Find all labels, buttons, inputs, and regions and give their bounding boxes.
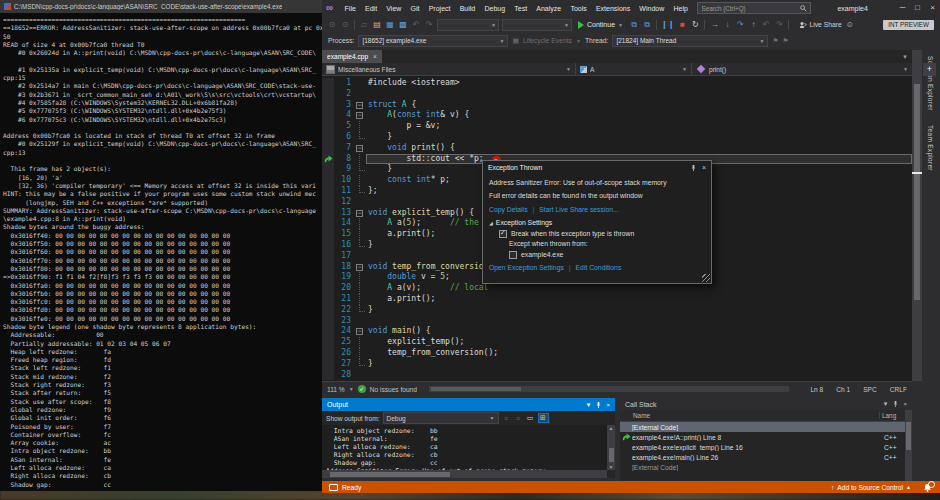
line-ending-indicator[interactable]: CRLF	[890, 386, 907, 393]
search-input[interactable]: Search (Ctrl+Q)	[697, 2, 811, 14]
scroll-down-icon[interactable]: ▼	[607, 464, 615, 470]
editor-horizontal-scrollbar[interactable]	[429, 386, 789, 392]
int-preview-badge[interactable]: INT PREVIEW	[883, 20, 934, 30]
go-to-message-icon[interactable]: ≡	[514, 415, 523, 422]
breakpoint-margin[interactable]	[322, 110, 334, 121]
breakpoint-margin[interactable]	[322, 305, 334, 316]
breakpoint-margin[interactable]	[322, 78, 334, 89]
call-stack-frame[interactable]: example4.exe!explicit_temp() Line 16C++	[620, 442, 912, 452]
exception-settings-expander[interactable]: ◢ Exception Settings	[489, 219, 705, 226]
fold-collapse-icon[interactable]: –	[355, 326, 366, 337]
configuration-dropdown[interactable]: ▼	[437, 19, 499, 31]
resize-grip[interactable]	[702, 274, 710, 282]
process-dropdown[interactable]: [18652] example4.exe▼	[358, 35, 508, 47]
output-text[interactable]: Intra object redzone: bb ASan internal: …	[322, 425, 607, 470]
zoom-plus-button[interactable]: +	[923, 63, 936, 76]
continue-button[interactable]: Continue ▼	[575, 21, 626, 29]
flag-threads-icon[interactable]: ⚑	[772, 37, 778, 45]
live-share-button[interactable]: Live Share	[799, 21, 842, 29]
undo-icon-2[interactable]: ↶	[761, 16, 771, 33]
redo-icon[interactable]: ↷	[424, 16, 434, 33]
window-position-dropdown-icon[interactable]: ▼	[883, 401, 889, 407]
breakpoint-margin[interactable]	[322, 132, 334, 143]
type-dropdown[interactable]: A ▼	[576, 63, 692, 75]
scrollbar-thumb[interactable]	[906, 422, 911, 450]
output-panel-header[interactable]: Output ▼ ×	[322, 398, 615, 411]
breakpoint-margin[interactable]	[322, 326, 334, 337]
scrollbar-thumb[interactable]	[914, 84, 920, 300]
pin-icon[interactable]	[595, 401, 602, 409]
toggle-word-wrap-icon[interactable]: ⊞	[538, 413, 549, 423]
scrollbar-thumb[interactable]	[609, 448, 614, 462]
breakpoint-margin[interactable]	[322, 208, 334, 219]
clear-all-icon[interactable]: ▭	[526, 414, 535, 422]
breakpoint-margin[interactable]	[322, 218, 334, 229]
module-exclude-checkbox[interactable]	[509, 251, 517, 259]
menu-tools[interactable]: Tools	[566, 5, 592, 12]
step-into-icon[interactable]: ↓	[722, 16, 732, 33]
vs-titlebar[interactable]: ∞ FileEditViewGitProjectBuildDebugTestAn…	[322, 0, 940, 16]
scrollbar-thumb[interactable]	[330, 472, 450, 477]
fold-collapse-icon[interactable]: –	[355, 100, 366, 111]
breakpoint-margin[interactable]	[322, 121, 334, 132]
open-exception-settings-link[interactable]: Open Exception Settings	[489, 264, 564, 271]
side-tab-team-explorer[interactable]: Team Explorer	[927, 119, 934, 177]
zoom-level-dropdown[interactable]: 111 %	[327, 386, 345, 393]
breakpoint-margin[interactable]	[322, 359, 334, 370]
minimize-button[interactable]: ─	[895, 0, 910, 16]
call-stack-scrollbar[interactable]	[905, 410, 912, 481]
current-statement-arrow-icon[interactable]	[322, 154, 334, 165]
navigate-back-icon[interactable]: ⊙	[327, 16, 337, 33]
navigate-forward-icon[interactable]: ⊙	[340, 16, 350, 33]
column-name[interactable]: Name	[620, 412, 879, 419]
break-all-icon[interactable]: ❙❙	[661, 16, 674, 33]
menu-analyze[interactable]: Analyze	[532, 5, 566, 12]
breakpoint-margin[interactable]	[322, 100, 334, 111]
exception-popup-titlebar[interactable]: Exception Thrown ×	[483, 161, 711, 174]
breakpoint-margin[interactable]	[322, 197, 334, 208]
show-next-statement-icon[interactable]: →	[709, 16, 719, 33]
menu-extensions[interactable]: Extensions	[591, 5, 634, 12]
fold-collapse-icon[interactable]: –	[355, 143, 366, 154]
diagnostic-tools-icon[interactable]: ⧉	[629, 16, 639, 33]
console-titlebar[interactable]: C:\MSDN\cpp-docs-pr\docs\c-language\ASAN…	[0, 0, 322, 13]
lifecycle-events-dropdown[interactable]: Lifecycle Events	[523, 37, 572, 44]
scrollbar-thumb[interactable]	[431, 387, 521, 391]
undo-icon[interactable]: ↶	[411, 16, 421, 33]
save-all-icon[interactable]: ▩	[398, 16, 408, 33]
menu-project[interactable]: Project	[424, 5, 455, 12]
step-over-icon[interactable]: ↷	[735, 16, 745, 33]
member-dropdown[interactable]: print() ▼	[692, 63, 912, 75]
close-popup-icon[interactable]: ×	[702, 164, 706, 171]
save-icon[interactable]: ▦	[385, 16, 395, 33]
scroll-up-icon[interactable]: ▲	[607, 425, 615, 431]
fold-collapse-icon[interactable]: –	[355, 208, 366, 219]
breakpoint-margin[interactable]	[322, 251, 334, 262]
console-output-text[interactable]: ========================================…	[0, 13, 322, 489]
fold-collapse-icon[interactable]: –	[355, 110, 366, 121]
breakpoint-margin[interactable]	[322, 283, 334, 294]
open-file-icon[interactable]: ▤	[372, 16, 382, 33]
new-project-icon[interactable]: ▱	[359, 16, 369, 33]
maximize-button[interactable]: □	[910, 0, 925, 16]
call-stack-header[interactable]: Call Stack ▼ ×	[620, 398, 912, 410]
add-to-source-control-button[interactable]: ↑ Add to Source Control ▲	[831, 484, 911, 491]
menu-test[interactable]: Test	[510, 5, 532, 12]
menu-edit[interactable]: Edit	[360, 5, 381, 12]
breakpoint-margin[interactable]	[322, 337, 334, 348]
console-window[interactable]: C:\MSDN\cpp-docs-pr\docs\c-language\ASAN…	[0, 0, 322, 491]
breakpoint-margin[interactable]	[322, 272, 334, 283]
window-position-dropdown-icon[interactable]: ▼	[586, 402, 592, 408]
copy-details-link[interactable]: Copy Details	[489, 206, 528, 213]
notifications-button[interactable]	[923, 483, 933, 492]
breakpoint-margin[interactable]	[322, 294, 334, 305]
tab-example4-cpp[interactable]: example4.cpp ×	[322, 50, 382, 63]
breakpoint-margin[interactable]	[322, 262, 334, 273]
start-live-share-link[interactable]: Start Live Share session...	[539, 206, 618, 213]
close-button[interactable]: ×	[925, 0, 940, 16]
restart-icon[interactable]: ↻	[690, 16, 700, 33]
breakpoint-margin[interactable]	[322, 348, 334, 359]
breakpoint-margin[interactable]	[322, 240, 334, 251]
breakpoint-margin[interactable]	[322, 175, 334, 186]
thread-dropdown[interactable]: [21824] Main Thread▼	[612, 35, 768, 47]
